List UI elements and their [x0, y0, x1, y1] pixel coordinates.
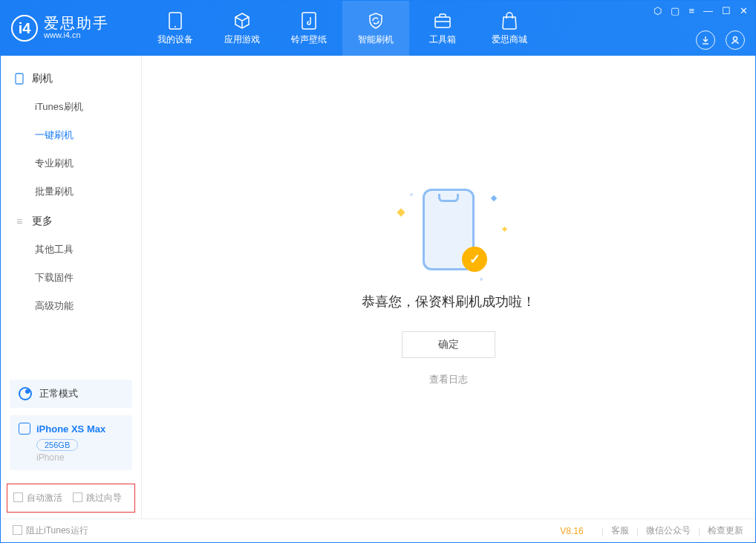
view-log-link[interactable]: 查看日志: [429, 373, 468, 386]
logo: i4 爱思助手 www.i4.cn: [1, 1, 142, 56]
app-domain: www.i4.cn: [44, 30, 109, 40]
tab-smart-flash[interactable]: 智能刷机: [342, 1, 409, 56]
sidebar-item-download-firmware[interactable]: 下载固件: [1, 264, 141, 292]
sidebar: 刷机 iTunes刷机 一键刷机 专业刷机 批量刷机 ≡ 更多 其他工具 下载固…: [1, 56, 142, 518]
sidebar-item-batch-flash[interactable]: 批量刷机: [1, 178, 141, 206]
tab-label: 爱思商城: [492, 33, 527, 46]
mode-label: 正常模式: [39, 387, 78, 400]
app-body: 刷机 iTunes刷机 一键刷机 专业刷机 批量刷机 ≡ 更多 其他工具 下载固…: [1, 56, 755, 518]
svg-point-4: [734, 37, 737, 41]
success-message: 恭喜您，保资料刷机成功啦！: [362, 293, 535, 310]
tab-label: 工具箱: [429, 33, 456, 46]
checkbox-icon: [73, 492, 82, 502]
device-icon: [19, 423, 30, 435]
checkbox-label: 跳过向导: [86, 492, 122, 503]
music-file-icon: [299, 11, 319, 30]
ok-button[interactable]: 确定: [402, 331, 495, 358]
checkbox-block-itunes[interactable]: 阻止iTunes运行: [13, 524, 88, 537]
check-update-link[interactable]: 检查更新: [708, 524, 743, 537]
device-name: iPhone XS Max: [36, 423, 105, 435]
sidebar-item-one-click-flash[interactable]: 一键刷机: [1, 121, 141, 149]
menu-icon[interactable]: ≡: [688, 5, 694, 16]
sidebar-group-more: ≡ 更多: [1, 206, 141, 235]
tab-my-device[interactable]: 我的设备: [142, 1, 209, 56]
note-icon[interactable]: ▢: [671, 5, 680, 16]
list-icon: ≡: [14, 216, 25, 227]
close-button[interactable]: ✕: [740, 5, 748, 16]
status-bar: 阻止iTunes运行 V8.16 | 客服 | 微信公众号 | 检查更新: [1, 518, 755, 542]
sidebar-group-title: 更多: [32, 215, 53, 228]
app-name: 爱思助手: [44, 16, 109, 30]
tab-label: 应用游戏: [224, 33, 260, 46]
sidebar-item-advanced[interactable]: 高级功能: [1, 292, 141, 320]
checkbox-icon: [13, 492, 23, 502]
main-tabs: 我的设备 应用游戏 铃声壁纸 智能刷机 工具箱 爱思商城: [142, 1, 543, 56]
checkbox-label: 阻止iTunes运行: [26, 525, 88, 536]
logo-icon: i4: [11, 15, 38, 42]
device-card[interactable]: iPhone XS Max 256GB iPhone: [10, 415, 132, 470]
header-actions: [696, 30, 745, 50]
tab-ringtone-wallpaper[interactable]: 铃声壁纸: [276, 1, 342, 56]
checkbox-auto-activate[interactable]: 自动激活: [13, 492, 62, 504]
mode-card[interactable]: 正常模式: [10, 380, 132, 408]
briefcase-icon: [433, 11, 452, 30]
app-header: i4 爱思助手 www.i4.cn 我的设备 应用游戏 铃声壁纸 智能刷机 工具…: [1, 1, 755, 56]
bag-icon: [500, 11, 519, 30]
tshirt-icon[interactable]: ⬡: [654, 5, 662, 16]
maximize-button[interactable]: ☐: [722, 5, 731, 16]
svg-rect-5: [16, 74, 23, 84]
mode-icon: [19, 387, 32, 400]
svg-rect-3: [435, 17, 450, 27]
sidebar-item-pro-flash[interactable]: 专业刷机: [1, 149, 141, 178]
main-content: ✓ 恭喜您，保资料刷机成功啦！ 确定 查看日志: [142, 56, 755, 518]
sidebar-item-other-tools[interactable]: 其他工具: [1, 235, 141, 264]
device-type: iPhone: [36, 452, 123, 463]
checkbox-icon: [13, 525, 22, 535]
tab-label: 我的设备: [157, 33, 193, 46]
version-label: V8.16: [560, 526, 583, 536]
success-illustration: ✓: [389, 189, 508, 278]
sidebar-options-highlight: 自动激活 跳过向导: [7, 484, 135, 513]
sidebar-group-title: 刷机: [32, 72, 53, 85]
tab-label: 铃声壁纸: [291, 33, 327, 46]
tab-toolbox[interactable]: 工具箱: [409, 1, 476, 56]
sidebar-item-itunes-flash[interactable]: iTunes刷机: [1, 93, 141, 121]
svg-rect-2: [302, 13, 316, 29]
check-badge-icon: ✓: [462, 247, 487, 272]
support-link[interactable]: 客服: [611, 524, 629, 537]
checkbox-label: 自动激活: [27, 492, 62, 503]
shield-refresh-icon: [366, 11, 385, 30]
user-icon[interactable]: [726, 30, 745, 50]
wechat-link[interactable]: 微信公众号: [646, 524, 691, 537]
phone-small-icon: [14, 74, 25, 84]
tab-store[interactable]: 爱思商城: [476, 1, 543, 56]
tab-apps-games[interactable]: 应用游戏: [209, 1, 276, 56]
cube-icon: [232, 11, 252, 30]
download-icon[interactable]: [696, 30, 715, 50]
svg-point-1: [175, 26, 176, 27]
phone-icon: [166, 11, 185, 30]
window-controls: ⬡ ▢ ≡ — ☐ ✕: [654, 5, 748, 16]
minimize-button[interactable]: —: [703, 5, 713, 16]
checkbox-skip-guide[interactable]: 跳过向导: [73, 492, 122, 504]
tab-label: 智能刷机: [358, 33, 394, 46]
device-storage-badge: 256GB: [36, 439, 78, 451]
sidebar-group-flash: 刷机: [1, 63, 141, 93]
